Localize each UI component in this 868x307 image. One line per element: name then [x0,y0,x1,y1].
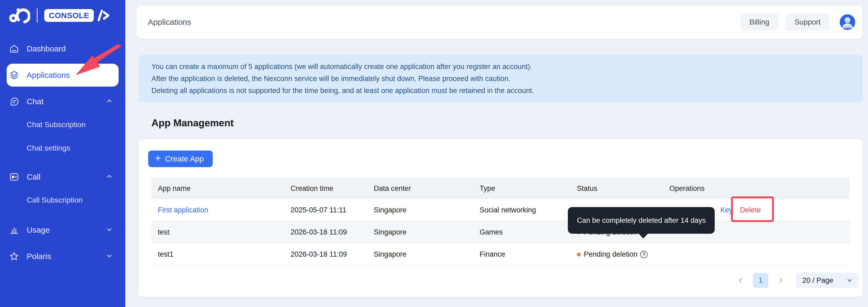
annotation-box [731,196,774,222]
data-center-cell: Singapore [374,250,479,258]
table-header-row: App name Creation time Data center Type … [151,178,850,199]
console-app: CONSOLE Dashboard Applications [0,0,868,307]
sidebar-item-label: Applications [27,71,70,80]
layers-icon [9,70,20,81]
plus-icon: + [155,154,161,163]
banner-line: After the application is deleted, the Ne… [151,73,850,85]
billing-button[interactable]: Billing [740,13,778,31]
creation-time-cell: 2026-03-18 11:09 [290,250,374,258]
type-cell: Games [479,228,577,236]
app-name-cell: test [158,228,290,236]
chat-bubble-icon [9,96,20,107]
console-badge: CONSOLE [44,9,94,22]
type-cell: Finance [479,250,577,258]
app-name-cell: test1 [158,250,290,258]
pending-dot-icon [577,253,581,256]
create-app-label: Create App [165,155,204,163]
app-name-link[interactable]: First application [158,206,208,214]
tooltip: Can be completely deleted after 14 days [568,207,715,234]
video-call-icon [9,172,20,182]
pagination: 1 20 / Page [735,273,859,288]
page-number-button[interactable]: 1 [753,273,768,288]
column-header-creation-time: Creation time [290,184,374,193]
page-size-label: 20 / Page [802,276,833,285]
sidebar-item-label: Call [27,173,40,182]
chevron-down-icon[interactable] [105,252,113,261]
sidebar-item-chat[interactable]: Chat [7,90,119,113]
sub-item-label: Chat settings [27,144,70,152]
brand-logo: CONSOLE [0,0,125,31]
prev-page-button[interactable] [735,273,746,288]
banner-line: Deleting all applications is not support… [151,85,850,97]
column-header-type: Type [479,184,577,193]
console-badge-label: CONSOLE [49,11,89,20]
cloud-logo-icon [9,5,30,26]
table-row: test1 2026-03-18 11:09 Singapore Finance… [151,244,850,266]
page-title: Applications [148,18,191,27]
sidebar-item-label: Usage [27,225,50,235]
sidebar-item-label: Polaris [27,252,51,261]
top-bar: Applications Billing Support [136,5,863,39]
create-app-button[interactable]: + Create App [148,151,213,167]
table-row: test 2026-03-18 11:09 Singapore Games Pe… [151,221,850,244]
bar-chart-icon [9,225,20,235]
column-header-operations: Operations [670,184,850,193]
help-icon[interactable]: ? [640,251,648,258]
star-icon [9,251,20,262]
support-button[interactable]: Support [785,13,830,31]
status-label: Pending deletion [584,250,638,258]
chevron-down-icon [846,277,853,284]
banner-line: You can create a maximum of 5 applicatio… [151,61,850,73]
column-header-status: Status [577,184,670,193]
chevron-up-icon[interactable] [105,173,113,182]
sidebar-item-chat-settings[interactable]: Chat settings [7,136,119,160]
status-cell: Pending deletion ? [577,250,670,258]
sidebar-item-chat-subscription[interactable]: Chat Subscription [7,113,119,136]
sub-item-label: Chat Subscription [27,120,86,129]
data-center-cell: Singapore [374,206,479,214]
sidebar-item-polaris[interactable]: Polaris [7,245,119,268]
sidebar: CONSOLE Dashboard Applications [0,0,125,307]
code-tag-icon [96,9,110,22]
next-page-button[interactable] [775,273,786,288]
tooltip-text: Can be completely deleted after 14 days [577,216,706,225]
sidebar-item-call-subscription[interactable]: Call Subscription [7,188,119,212]
column-header-data-center: Data center [374,184,479,193]
chevron-down-icon[interactable] [105,225,113,235]
user-avatar[interactable] [840,14,855,30]
page-size-select[interactable]: 20 / Page [796,273,859,288]
creation-time-cell: 2026-03-18 11:09 [290,228,374,236]
section-heading: App Management [151,118,234,129]
sub-item-label: Call Subscription [27,196,83,205]
home-icon [9,43,20,54]
column-header-app-name: App name [158,184,290,193]
annotation-arrow [74,44,123,77]
info-banner: You can create a maximum of 5 applicatio… [138,55,863,102]
sidebar-item-usage[interactable]: Usage [7,218,119,241]
creation-time-cell: 2025-05-07 11:11 [290,206,374,214]
type-cell: Social networking [479,206,577,214]
logo-divider [37,8,38,23]
data-center-cell: Singapore [374,228,479,236]
chevron-up-icon[interactable] [105,97,113,106]
sidebar-item-label: Dashboard [27,44,66,53]
sidebar-item-label: Chat [27,97,43,106]
sidebar-item-call[interactable]: Call [7,165,119,188]
